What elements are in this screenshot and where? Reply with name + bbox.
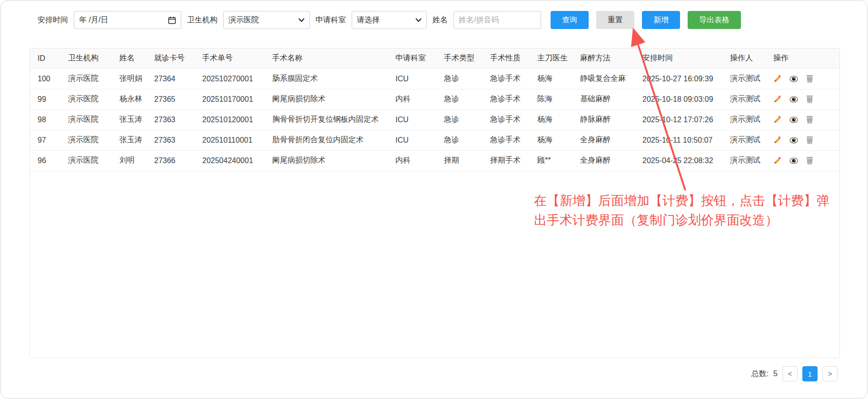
total-count: 5 [773, 370, 778, 378]
table-cell: 2025-10-12 17:07:26 [635, 109, 722, 130]
schedule-time-label: 安排时间 [38, 15, 68, 25]
org-select-value: 演示医院 [228, 15, 259, 25]
view-eye-icon[interactable] [789, 76, 798, 82]
dept-select-value: 请选择 [357, 15, 380, 25]
edit-pencil-icon[interactable] [773, 136, 781, 144]
table-cell: 全身麻醉 [572, 150, 635, 171]
export-button[interactable]: 导出表格 [688, 11, 741, 29]
view-eye-icon[interactable] [789, 117, 798, 123]
annotation-line-1: 在【新增】后面增加【计费】按钮，点击【计费】弹 [534, 191, 867, 211]
reset-button[interactable]: 重置 [596, 11, 634, 29]
table-cell: 急诊 [436, 68, 483, 89]
col-card-no: 就诊卡号 [147, 49, 195, 68]
table-cell: 择期手术 [483, 150, 530, 171]
prev-page-button[interactable]: < [782, 366, 798, 381]
table-cell: 演示测试 [722, 68, 766, 89]
col-org: 卫生机构 [60, 49, 112, 68]
table-cell: 202510110001 [195, 130, 265, 150]
name-search-input[interactable] [454, 11, 541, 29]
org-select[interactable]: 演示医院 [223, 11, 310, 29]
table-cell: 张玉涛 [112, 109, 147, 130]
annotation-note: 在【新增】后面增加【计费】按钮，点击【计费】弹 出手术计费界面（复制门诊划价界面… [534, 191, 867, 230]
add-button[interactable]: 新增 [642, 11, 680, 29]
table-cell: 2025-10-11 10:50:07 [635, 130, 722, 150]
table-cell: 演示医院 [60, 68, 112, 89]
table-row: 98 演示医院 张玉涛 27363 202510120001 胸骨骨折切开复位钢… [30, 109, 840, 130]
table-cell: 陈海 [530, 89, 572, 109]
table-cell: 97 [30, 130, 60, 150]
table-cell: 96 [30, 150, 60, 171]
table-cell: 阑尾病损切除术 [265, 89, 388, 109]
delete-trash-icon[interactable] [806, 75, 813, 83]
row-actions [773, 156, 838, 165]
table-cell: 胸骨骨折切开复位钢板内固定术 [265, 109, 388, 130]
table-cell: 择期 [436, 150, 483, 171]
table-cell: 急诊手术 [483, 109, 530, 130]
calendar-icon[interactable] [168, 16, 176, 24]
col-nature: 手术性质 [483, 49, 530, 68]
table-row: 97 演示医院 张玉涛 27363 202510110001 肋骨骨折闭合复位内… [30, 130, 840, 150]
table-cell: 杨海 [530, 68, 572, 89]
table-cell: 急诊 [436, 89, 483, 109]
delete-trash-icon[interactable] [806, 95, 813, 103]
table-cell: 演示医院 [60, 130, 112, 150]
annotation-line-2: 出手术计费界面（复制门诊划价界面改造） [534, 211, 867, 230]
view-eye-icon[interactable] [789, 157, 798, 164]
dept-select[interactable]: 请选择 [352, 11, 427, 29]
edit-pencil-icon[interactable] [773, 95, 781, 103]
edit-pencil-icon[interactable] [773, 156, 781, 165]
surgery-schedule-page: 安排时间 年 /月/日 卫生机构 演示医院 申请科室 请选择 姓名 查询 重置 … [0, 0, 868, 399]
table-cell: 98 [30, 109, 60, 130]
table-cell: 急诊手术 [483, 68, 530, 89]
table-cell: 内科 [388, 89, 436, 109]
edit-pencil-icon[interactable] [773, 116, 781, 124]
page-1-button[interactable]: 1 [802, 366, 818, 381]
table-cell: 急诊 [436, 109, 483, 130]
table-cell: 急诊手术 [483, 130, 530, 150]
col-surgery-name: 手术名称 [265, 49, 388, 68]
name-label: 姓名 [433, 15, 448, 25]
table-cell: 演示测试 [722, 130, 766, 150]
table-cell: 急诊手术 [483, 89, 530, 109]
table-cell: 2025-10-18 09:03:09 [635, 89, 722, 109]
schedule-date-input[interactable]: 年 /月/日 [74, 11, 181, 29]
table-cell: 100 [30, 68, 60, 89]
view-eye-icon[interactable] [789, 96, 798, 103]
table-cell: 张明娟 [112, 68, 147, 89]
table-row: 96 演示医院 刘明 27366 202504240001 阑尾病损切除术 内科… [30, 150, 840, 171]
table-cell: 静吸复合全麻 [572, 68, 635, 89]
col-order-no: 手术单号 [195, 49, 265, 68]
table-cell: 202510170001 [195, 89, 265, 109]
col-dept: 申请科室 [388, 49, 436, 68]
table-cell: ICU [388, 68, 436, 89]
table-cell: 基础麻醉 [572, 89, 635, 109]
chevron-down-icon [298, 18, 305, 22]
delete-trash-icon[interactable] [806, 156, 813, 165]
edit-pencil-icon[interactable] [773, 75, 781, 83]
table-cell: 27365 [147, 89, 195, 109]
view-eye-icon[interactable] [789, 137, 798, 144]
table-cell: 杨海 [530, 130, 572, 150]
col-surgeon: 主刀医生 [530, 49, 572, 68]
table-cell: 肋骨骨折闭合复位内固定术 [265, 130, 388, 150]
table-cell: ICU [388, 109, 436, 130]
table-row: 100 演示医院 张明娟 27364 202510270001 肠系膜固定术 I… [30, 68, 840, 89]
pagination: 总数: 5 < 1 > [751, 366, 838, 381]
org-label: 卫生机构 [187, 15, 217, 25]
next-page-button[interactable]: > [822, 366, 838, 381]
table-cell: 肠系膜固定术 [265, 68, 388, 89]
table-cell: 全身麻醉 [572, 130, 635, 150]
table-cell: 202504240001 [195, 150, 265, 171]
table-cell: 顾** [530, 150, 572, 171]
delete-trash-icon[interactable] [806, 116, 813, 124]
col-actions: 操作 [766, 49, 840, 68]
table-cell: 张玉涛 [112, 130, 147, 150]
table-cell: 202510270001 [195, 68, 265, 89]
table-cell: 静脉麻醉 [572, 109, 635, 130]
table-cell: 演示测试 [722, 109, 766, 130]
table-header-row: ID 卫生机构 姓名 就诊卡号 手术单号 手术名称 申请科室 手术类型 手术性质… [30, 49, 840, 68]
table-cell: 27364 [147, 68, 195, 89]
col-name: 姓名 [112, 49, 147, 68]
delete-trash-icon[interactable] [806, 136, 813, 144]
search-button[interactable]: 查询 [551, 11, 589, 29]
